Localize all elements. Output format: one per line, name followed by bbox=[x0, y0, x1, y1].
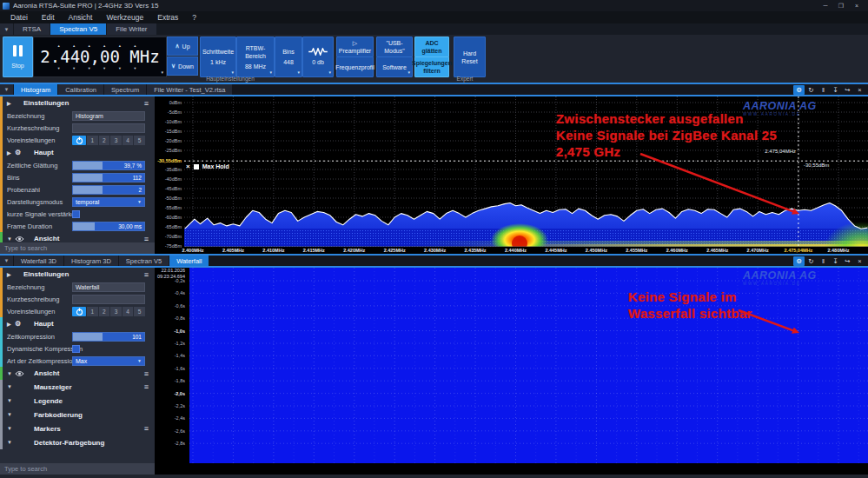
bins-dropdown[interactable]: Bins448 bbox=[275, 37, 302, 77]
spectrum-histogram-chart[interactable]: 0dBm-5dBm-10dBm-15dBm-20dBm-25dBm-30,55d… bbox=[155, 96, 868, 254]
text-input-kurzbeschreibung[interactable] bbox=[72, 123, 145, 133]
panel-tab-spectrum[interactable]: Spectrum bbox=[104, 84, 146, 95]
dropdown-darstellungsmodus[interactable]: temporal▼ bbox=[72, 197, 145, 207]
section-menu-icon[interactable]: ≡ bbox=[144, 424, 149, 433]
slider-bins[interactable]: 112 bbox=[72, 173, 145, 183]
section-legende[interactable]: ▼Legende bbox=[0, 394, 155, 408]
sync-icon[interactable]: ↻ bbox=[805, 256, 817, 266]
gear-icon[interactable]: ⚙ bbox=[793, 256, 805, 266]
hard-reset-button[interactable]: Hard Reset bbox=[454, 37, 486, 77]
share-icon[interactable]: ↪ bbox=[842, 85, 853, 95]
preset-button-4[interactable]: 4 bbox=[123, 307, 134, 316]
app-tab-spectran-v5[interactable]: Spectran V5 bbox=[50, 23, 106, 35]
download-icon[interactable]: ↧ bbox=[830, 85, 841, 95]
section-detektor-farbgebung[interactable]: ▼Detektor-Farbgebung bbox=[0, 435, 155, 449]
app-tab-file-writer[interactable]: File Writer bbox=[107, 23, 156, 35]
freq-down-arrows-icon[interactable]: ▾ ▾ ▾ ▾ ▾ ▾ bbox=[58, 66, 142, 70]
checkbox-kurze-signale-verst-rken[interactable] bbox=[72, 210, 80, 218]
section-einstellungen[interactable]: ▶Einstellungen≡ bbox=[0, 268, 155, 281]
close-icon[interactable]: × bbox=[854, 256, 865, 266]
checkbox-dynamische-kompression[interactable] bbox=[72, 345, 80, 353]
panel-tab-waterfall-3d[interactable]: Waterfall 3D bbox=[14, 256, 63, 266]
preset-button-3[interactable]: 3 bbox=[110, 307, 122, 316]
max-hold-legend[interactable]: × Max Hold bbox=[186, 163, 229, 170]
preset-button-5[interactable]: 5 bbox=[134, 136, 145, 145]
search-input[interactable]: Type to search bbox=[0, 463, 155, 475]
share-icon[interactable]: ↪ bbox=[842, 256, 853, 266]
mirror-filter-toggle[interactable]: Spiegelungen filtern bbox=[414, 56, 449, 77]
stop-button[interactable]: Stop bbox=[3, 37, 33, 77]
app-tab-rtsa[interactable]: RTSA bbox=[14, 23, 50, 35]
section-haupt[interactable]: ▶⚙Haupt bbox=[0, 146, 155, 159]
chevron-right-icon[interactable]: ▶ bbox=[7, 100, 15, 106]
waterfall-chart[interactable]: 22.01.202609:23:24.694-0,2s-0,4s-0,6s-0,… bbox=[155, 268, 868, 475]
tab-menu-button[interactable]: ▼ bbox=[0, 23, 13, 35]
chevron-right-icon[interactable]: ▶ bbox=[7, 149, 15, 156]
rtbw-range-dropdown[interactable]: RTBW-Bereich88 MHz bbox=[236, 37, 275, 77]
section-einstellungen[interactable]: ▶Einstellungen≡ bbox=[0, 96, 155, 110]
chevron-down-icon[interactable]: ▼ bbox=[7, 412, 15, 417]
preset-button-1[interactable]: 1 bbox=[87, 307, 98, 316]
gear-icon[interactable]: ⚙ bbox=[793, 85, 805, 95]
sync-icon[interactable]: ↻ bbox=[805, 85, 817, 95]
slider-zeitkompression[interactable]: 101 bbox=[72, 332, 145, 342]
download-icon[interactable]: ↧ bbox=[830, 256, 841, 266]
step-up-button[interactable]: ∧Up bbox=[167, 37, 198, 56]
minimize-button[interactable]: ─ bbox=[818, 0, 833, 11]
chevron-down-icon[interactable]: ▼ bbox=[7, 398, 15, 403]
section-mauszeiger[interactable]: ▼Mauszeiger≡ bbox=[0, 380, 155, 394]
menu-item-[interactable]: ? bbox=[185, 12, 203, 23]
panel-tab-file-writer-test-v2-rtsa[interactable]: File Writer - Test_V2.rtsa bbox=[147, 84, 232, 95]
preset-button-1[interactable]: 1 bbox=[87, 136, 98, 145]
section-markers[interactable]: ▼Markers≡ bbox=[0, 422, 155, 435]
panel-tab-histogram-3d[interactable]: Histogram 3D bbox=[64, 256, 118, 266]
pause-icon[interactable]: ‖ bbox=[818, 85, 829, 95]
section-haupt[interactable]: ▶⚙Haupt bbox=[0, 317, 155, 330]
section-ansicht[interactable]: ▼Ansicht≡ bbox=[0, 367, 155, 380]
preset-button-4[interactable]: 4 bbox=[123, 136, 134, 145]
dropdown-art-der-zeitkompression[interactable]: Max▼ bbox=[72, 356, 145, 366]
usb-mode-button[interactable]: "USB-Modus" bbox=[376, 37, 413, 57]
maximize-button[interactable]: ❐ bbox=[833, 0, 849, 11]
frequency-profile-button[interactable]: Frequenzprofil bbox=[336, 56, 374, 77]
menu-item-datei[interactable]: Datei bbox=[3, 12, 35, 23]
preset-button-2[interactable]: 2 bbox=[99, 307, 110, 316]
panel-tab-waterfall[interactable]: Waterfall bbox=[169, 256, 209, 266]
search-input[interactable]: Type to search bbox=[0, 242, 155, 254]
section-menu-icon[interactable]: ≡ bbox=[144, 270, 149, 279]
close-icon[interactable]: × bbox=[854, 85, 865, 95]
menu-item-extras[interactable]: Extras bbox=[150, 12, 185, 23]
chevron-down-icon[interactable]: ▼ bbox=[7, 384, 15, 389]
step-down-button[interactable]: ∨Down bbox=[167, 56, 198, 76]
section-farbkodierung[interactable]: ▼Farbkodierung bbox=[0, 408, 155, 422]
trace-close-icon[interactable]: × bbox=[186, 163, 190, 170]
preset-button-3[interactable]: 3 bbox=[110, 136, 122, 145]
text-input-kurzbeschreibung[interactable] bbox=[72, 295, 145, 304]
chevron-right-icon[interactable]: ▶ bbox=[7, 321, 15, 327]
power-preset-button[interactable] bbox=[72, 307, 86, 316]
slider-probenzahl[interactable]: 2 bbox=[72, 185, 145, 195]
chevron-down-icon[interactable]: ▼ bbox=[7, 236, 15, 242]
menu-item-werkzeuge[interactable]: Werkzeuge bbox=[99, 12, 150, 23]
panel-menu-button[interactable]: ▼ bbox=[0, 256, 13, 266]
close-button[interactable]: × bbox=[849, 0, 865, 11]
chevron-right-icon[interactable]: ▶ bbox=[7, 271, 15, 277]
text-input-bezeichnung[interactable]: Histogram bbox=[72, 111, 145, 121]
attenuator-dropdown[interactable]: 0 db bbox=[302, 37, 334, 77]
software-dropdown[interactable]: Software bbox=[376, 56, 413, 77]
section-menu-icon[interactable]: ≡ bbox=[144, 382, 149, 391]
chevron-down-icon[interactable]: ▼ bbox=[7, 440, 15, 445]
chevron-down-icon[interactable]: ▼ bbox=[7, 426, 15, 431]
text-input-bezeichnung[interactable]: Waterfall bbox=[72, 282, 145, 292]
section-menu-icon[interactable]: ≡ bbox=[144, 99, 149, 108]
preamplifier-button[interactable]: ▷ Preamplifier bbox=[336, 37, 374, 57]
preset-button-2[interactable]: 2 bbox=[99, 136, 110, 145]
preset-button-5[interactable]: 5 bbox=[134, 307, 145, 316]
menu-item-ansicht[interactable]: Ansicht bbox=[62, 12, 100, 23]
chevron-down-icon[interactable]: ▼ bbox=[7, 371, 15, 376]
adc-smooth-toggle[interactable]: ADC glätten bbox=[414, 37, 449, 57]
panel-menu-button[interactable]: ▼ bbox=[0, 84, 13, 95]
slider-frame-duration[interactable]: 30,00 ms bbox=[72, 222, 145, 231]
section-menu-icon[interactable]: ≡ bbox=[144, 235, 149, 243]
freq-caret-icon[interactable]: ▾ bbox=[161, 70, 163, 75]
